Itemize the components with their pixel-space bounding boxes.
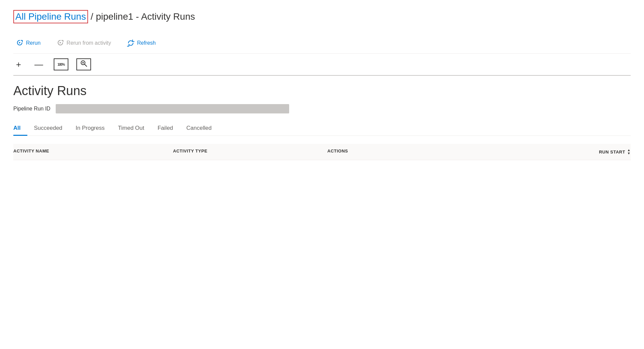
svg-line-3 [85, 64, 87, 67]
activity-runs-section: Activity Runs Pipeline Run ID All Succee… [13, 84, 631, 160]
tab-all[interactable]: All [13, 121, 27, 136]
primary-toolbar: Rerun Rerun from activity [13, 33, 631, 54]
filter-tabs: All Succeeded In Progress Timed Out Fail… [13, 121, 631, 136]
activity-runs-title: Activity Runs [13, 84, 631, 98]
refresh-button[interactable]: Refresh [124, 37, 158, 49]
search-zoom-icon [80, 60, 87, 69]
refresh-icon [127, 39, 134, 47]
sort-icon[interactable]: ▲▼ [627, 148, 631, 155]
rerun-from-activity-icon [57, 39, 64, 47]
zoom-out-icon: — [34, 59, 43, 69]
tab-in-progress[interactable]: In Progress [69, 121, 111, 136]
col-header-run-start[interactable]: RUN START ▲▼ [476, 148, 631, 155]
col-header-activity-type: ACTIVITY TYPE [168, 148, 322, 155]
breadcrumb-current: pipeline1 - Activity Runs [96, 11, 195, 22]
tab-failed[interactable]: Failed [151, 121, 179, 136]
rerun-from-activity-label: Rerun from activity [67, 40, 111, 46]
fit-icon: 100% [57, 63, 65, 66]
fit-to-screen-button[interactable]: 100% [54, 58, 68, 70]
svg-marker-0 [19, 42, 21, 44]
tab-succeeded[interactable]: Succeeded [27, 121, 69, 136]
rerun-from-activity-button[interactable]: Rerun from activity [54, 37, 114, 49]
col-header-activity-name: ACTIVITY NAME [13, 148, 168, 155]
zoom-toolbar: + — 100% [13, 54, 631, 76]
tab-timed-out[interactable]: Timed Out [111, 121, 151, 136]
zoom-in-icon: + [16, 59, 21, 69]
zoom-search-button[interactable] [76, 58, 91, 70]
run-start-label: RUN START [599, 149, 625, 154]
breadcrumb: All Pipeline Runs / pipeline1 - Activity… [13, 10, 631, 23]
zoom-in-button[interactable]: + [13, 59, 24, 70]
rerun-icon [16, 39, 23, 47]
rerun-label: Rerun [26, 40, 41, 46]
rerun-button[interactable]: Rerun [13, 37, 43, 49]
table-header: ACTIVITY NAME ACTIVITY TYPE ACTIONS RUN … [13, 144, 631, 160]
refresh-label: Refresh [137, 40, 156, 46]
breadcrumb-link[interactable]: All Pipeline Runs [13, 10, 88, 23]
zoom-out-button[interactable]: — [32, 59, 46, 70]
pipeline-run-id-row: Pipeline Run ID [13, 104, 631, 113]
tab-cancelled[interactable]: Cancelled [180, 121, 218, 136]
breadcrumb-separator: / [91, 11, 93, 22]
pipeline-run-id-value [56, 104, 289, 113]
pipeline-run-id-label: Pipeline Run ID [13, 106, 50, 112]
col-header-actions: ACTIONS [322, 148, 477, 155]
svg-marker-1 [60, 42, 61, 44]
